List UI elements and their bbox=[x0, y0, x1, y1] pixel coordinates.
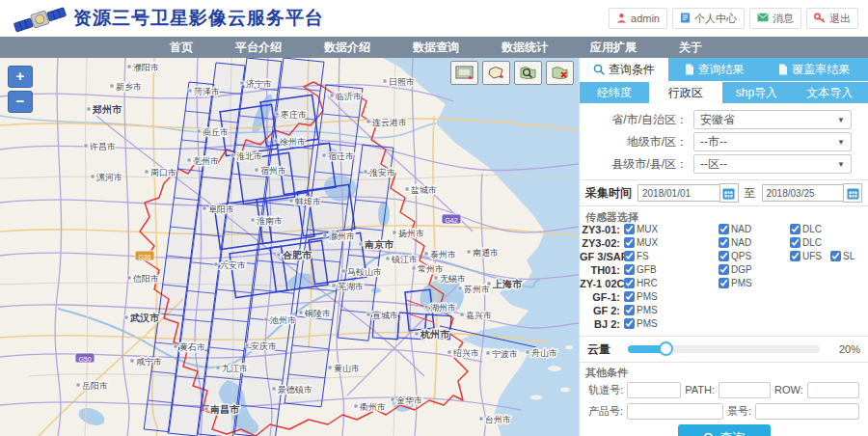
tab-覆盖率结果[interactable]: 覆盖率结果 bbox=[760, 58, 868, 81]
cloud-value: 20% bbox=[829, 343, 860, 355]
sensor-option-QPS[interactable]: QPS bbox=[719, 251, 751, 261]
sensor-option-MUX[interactable]: MUX bbox=[624, 237, 658, 248]
input-产品号[interactable] bbox=[627, 403, 723, 420]
user-label: admin bbox=[631, 13, 660, 24]
subtab-文本导入[interactable]: 文本导入 bbox=[791, 82, 868, 103]
zoom-in-button[interactable]: + bbox=[8, 66, 33, 88]
draw-polygon-tool[interactable] bbox=[482, 61, 510, 85]
sensor-option-DGP[interactable]: DGP bbox=[719, 264, 752, 275]
checkbox-PMS[interactable] bbox=[624, 305, 635, 315]
checkbox-FS[interactable] bbox=[624, 251, 635, 261]
sensor-name: BJ 2: bbox=[580, 318, 620, 330]
sensor-option-PMS[interactable]: PMS bbox=[624, 305, 658, 315]
region-select-2[interactable]: --区-- ▼ bbox=[693, 154, 852, 174]
sensor-option-DLC[interactable]: DLC bbox=[790, 224, 822, 234]
date-from-input[interactable]: 2018/01/01 bbox=[637, 184, 719, 202]
sensor-section-title: 传感器选择 bbox=[580, 210, 868, 224]
svg-text:G42: G42 bbox=[445, 217, 457, 224]
svg-text:盐城市: 盐城市 bbox=[411, 185, 437, 195]
svg-text:淮北市: 淮北市 bbox=[236, 151, 262, 161]
sensor-option-FS[interactable]: FS bbox=[624, 251, 649, 261]
svg-text:湖州市: 湖州市 bbox=[430, 303, 456, 313]
sensor-option-NAD[interactable]: NAD bbox=[719, 237, 751, 248]
checkbox-MUX[interactable] bbox=[624, 237, 635, 248]
svg-text:南京市: 南京市 bbox=[365, 239, 394, 250]
sensor-option-UFS[interactable]: UFS bbox=[790, 251, 822, 261]
checkbox-QPS[interactable] bbox=[719, 251, 729, 261]
subtab-经纬度[interactable]: 经纬度 bbox=[580, 82, 649, 103]
sensor-option-PMS[interactable]: PMS bbox=[719, 278, 752, 288]
nav-item-应用扩展[interactable]: 应用扩展 bbox=[590, 40, 637, 56]
checkbox-SL[interactable] bbox=[830, 251, 841, 261]
checkbox-PMS[interactable] bbox=[719, 278, 729, 288]
checkbox-PMS[interactable] bbox=[624, 318, 635, 329]
user-button[interactable]: admin bbox=[609, 8, 667, 29]
map-city-label: 上海市 bbox=[487, 279, 523, 289]
query-button[interactable]: 查询 bbox=[678, 424, 771, 436]
input-轨道号[interactable] bbox=[627, 382, 681, 398]
nav-item-关于[interactable]: 关于 bbox=[679, 40, 702, 56]
checkbox-DGP[interactable] bbox=[719, 264, 729, 275]
tab-查询结果[interactable]: 查询结果 bbox=[668, 58, 761, 81]
sensor-option-PMS[interactable]: PMS bbox=[624, 318, 658, 329]
sensor-option-PMS[interactable]: PMS bbox=[624, 291, 658, 302]
sensor-option-MUX[interactable]: MUX bbox=[624, 224, 658, 234]
field-label: 景号: bbox=[727, 404, 751, 419]
date-to-input[interactable]: 2018/03/25 bbox=[762, 184, 844, 202]
nav-item-数据介绍[interactable]: 数据介绍 bbox=[324, 40, 370, 56]
nav-item-数据查询[interactable]: 数据查询 bbox=[413, 40, 459, 56]
svg-text:合肥市: 合肥市 bbox=[282, 250, 312, 260]
sensor-option-HRC[interactable]: HRC bbox=[624, 278, 658, 288]
subtab-shp导入[interactable]: shp导入 bbox=[722, 82, 792, 103]
checkbox-HRC[interactable] bbox=[624, 278, 635, 288]
sensor-option-label: DLC bbox=[802, 224, 822, 234]
sensor-option-SL[interactable]: SL bbox=[830, 251, 854, 261]
map-canvas[interactable]: G36 G50 G42 郑州市 新乡市 濮阳市 菏泽市 济宁市 商丘市 枣庄市 … bbox=[0, 58, 579, 436]
checkbox-GFB[interactable] bbox=[624, 264, 635, 275]
clear-map-tool[interactable] bbox=[546, 61, 574, 85]
input-PATH[interactable] bbox=[719, 382, 771, 398]
checkbox-PMS[interactable] bbox=[624, 291, 635, 302]
svg-text:菏泽市: 菏泽市 bbox=[194, 87, 220, 96]
sensor-option-DLC[interactable]: DLC bbox=[790, 237, 822, 248]
cloud-slider-handle[interactable] bbox=[659, 341, 673, 356]
nav-item-数据统计[interactable]: 数据统计 bbox=[502, 40, 548, 56]
checkbox-MUX[interactable] bbox=[624, 224, 635, 234]
sensor-option-GFB[interactable]: GFB bbox=[624, 264, 657, 275]
svg-text:宣城市: 宣城市 bbox=[372, 311, 398, 320]
message-button[interactable]: 消息 bbox=[749, 8, 801, 29]
input-景号[interactable] bbox=[755, 403, 859, 420]
calendar-to-button[interactable] bbox=[843, 183, 862, 203]
map-extent-tool[interactable] bbox=[450, 61, 478, 85]
nav-item-首页[interactable]: 首页 bbox=[170, 40, 193, 56]
checkbox-NAD[interactable] bbox=[719, 237, 729, 248]
checkbox-DLC[interactable] bbox=[790, 224, 800, 234]
profile-button[interactable]: 个人中心 bbox=[672, 8, 745, 29]
svg-text:黄石市: 黄石市 bbox=[179, 342, 205, 352]
zoom-out-button[interactable]: − bbox=[8, 91, 33, 113]
panel-subtabs: 经纬度行政区shp导入文本导入 bbox=[580, 81, 868, 103]
sensor-option-NAD[interactable]: NAD bbox=[719, 224, 751, 234]
subtab-行政区[interactable]: 行政区 bbox=[649, 82, 722, 103]
tab-查询条件[interactable]: 查询条件 bbox=[580, 58, 668, 81]
checkbox-NAD[interactable] bbox=[719, 224, 729, 234]
map-city-label: 连云港市 bbox=[366, 118, 407, 127]
sensor-selection: 传感器选择 ZY3-01: MUX NAD DLCZY3-02: MUX NAD… bbox=[580, 206, 868, 337]
logout-button[interactable]: 退出 bbox=[806, 8, 858, 29]
region-query-tool[interactable] bbox=[514, 61, 542, 85]
sensor-row-ZY3-02: ZY3-02: MUX NAD DLC bbox=[580, 237, 868, 251]
region-select-0[interactable]: 安徽省 ▼ bbox=[693, 110, 852, 129]
nav-item-平台介绍[interactable]: 平台介绍 bbox=[235, 40, 282, 56]
calendar-from-button[interactable] bbox=[719, 183, 739, 203]
cloud-slider[interactable] bbox=[628, 345, 820, 353]
svg-text:六安市: 六安市 bbox=[220, 260, 246, 270]
input-ROW[interactable] bbox=[807, 382, 859, 398]
acquisition-time-row: 采集时间 2018/01/01 至 2018/03/25 bbox=[580, 180, 868, 206]
region-select-1[interactable]: --市-- ▼ bbox=[693, 132, 852, 151]
svg-text:常州市: 常州市 bbox=[418, 264, 444, 274]
checkbox-UFS[interactable] bbox=[790, 251, 800, 261]
svg-text:漯河市: 漯河市 bbox=[95, 173, 122, 182]
checkbox-DLC[interactable] bbox=[790, 237, 800, 248]
sensor-row-BJ2: BJ 2: PMS bbox=[580, 318, 868, 332]
sensor-option-label: PMS bbox=[637, 305, 658, 315]
